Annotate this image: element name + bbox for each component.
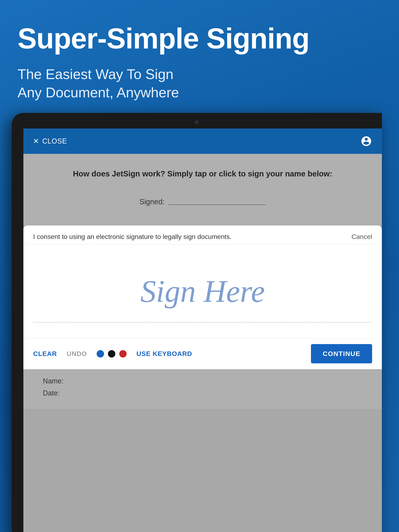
color-blue[interactable] [97, 350, 104, 358]
tablet-camera [195, 120, 199, 124]
hero-subtitle-line1: The Easiest Way To Sign [18, 66, 174, 82]
signed-line: Signed: [43, 198, 362, 206]
doc-instruction: How does JetSign work? Simply tap or cli… [43, 169, 362, 178]
signed-label: Signed: [140, 198, 165, 206]
app-header: ✕ CLOSE [23, 128, 382, 154]
toolbar-left: CLEAR UNDO USE KEYBOARD [33, 350, 192, 358]
close-button[interactable]: ✕ CLOSE [33, 137, 67, 145]
close-label: CLOSE [42, 137, 67, 145]
continue-button[interactable]: CONTINUE [311, 344, 372, 363]
hero-section: Super-Simple Signing The Easiest Way To … [0, 0, 399, 114]
clear-button[interactable]: CLEAR [33, 350, 57, 358]
signed-underline [168, 204, 266, 205]
signature-modal: I consent to using an electronic signatu… [23, 226, 382, 369]
color-black[interactable] [108, 350, 115, 358]
consent-text: I consent to using an electronic signatu… [33, 233, 344, 241]
sign-here-placeholder: Sign Here [141, 273, 265, 310]
tablet-device: ✕ CLOSE How does JetSign work? Simply ta… [12, 113, 382, 532]
account-icon[interactable] [360, 135, 372, 147]
color-red[interactable] [119, 350, 127, 358]
tablet-container: ✕ CLOSE How does JetSign work? Simply ta… [12, 113, 399, 532]
doc-fields: Name: Date: [23, 369, 382, 409]
use-keyboard-button[interactable]: USE KEYBOARD [136, 350, 192, 358]
document-area: How does JetSign work? Simply tap or cli… [23, 154, 382, 226]
cancel-button[interactable]: Cancel [351, 233, 372, 241]
hero-subtitle-line2: Any Document, Anywhere [18, 85, 179, 100]
undo-button[interactable]: UNDO [67, 350, 87, 358]
close-x-icon: ✕ [33, 137, 39, 145]
color-selector [97, 350, 127, 358]
signature-baseline [33, 322, 372, 323]
hero-title: Super-Simple Signing [18, 23, 381, 54]
modal-header: I consent to using an electronic signatu… [23, 226, 382, 245]
name-field-label: Name: [43, 377, 362, 385]
hero-subtitle: The Easiest Way To Sign Any Document, An… [18, 65, 381, 102]
tablet-screen: ✕ CLOSE How does JetSign work? Simply ta… [23, 128, 382, 532]
signature-pad[interactable]: Sign Here [23, 245, 382, 338]
signature-toolbar: CLEAR UNDO USE KEYBOARD CONTINUE [23, 338, 382, 369]
date-field-label: Date: [43, 389, 362, 397]
